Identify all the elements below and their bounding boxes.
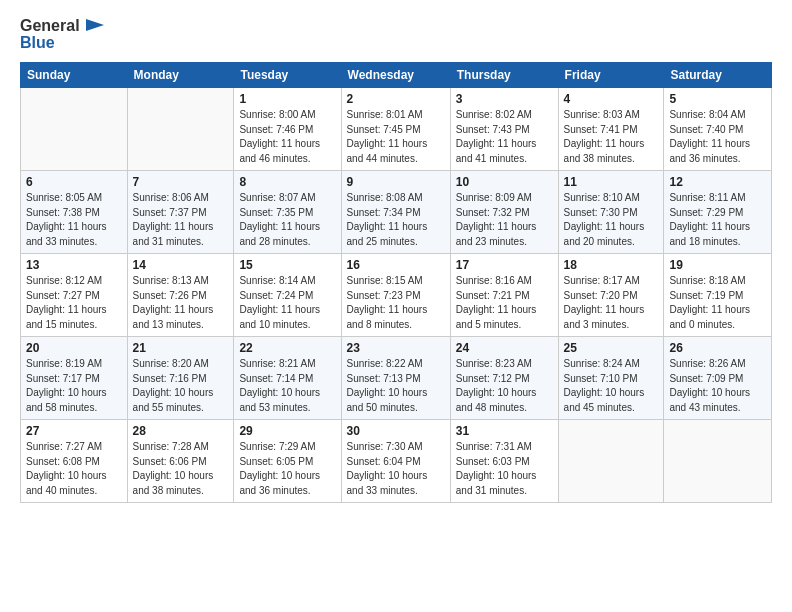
day-info: Sunrise: 8:12 AM Sunset: 7:27 PM Dayligh… xyxy=(26,274,122,332)
day-number: 3 xyxy=(456,92,553,106)
day-info: Sunrise: 8:01 AM Sunset: 7:45 PM Dayligh… xyxy=(347,108,445,166)
calendar-week-3: 13Sunrise: 8:12 AM Sunset: 7:27 PM Dayli… xyxy=(21,254,772,337)
calendar-cell: 25Sunrise: 8:24 AM Sunset: 7:10 PM Dayli… xyxy=(558,337,664,420)
calendar-cell: 19Sunrise: 8:18 AM Sunset: 7:19 PM Dayli… xyxy=(664,254,772,337)
day-info: Sunrise: 8:06 AM Sunset: 7:37 PM Dayligh… xyxy=(133,191,229,249)
calendar-cell: 16Sunrise: 8:15 AM Sunset: 7:23 PM Dayli… xyxy=(341,254,450,337)
calendar-cell: 23Sunrise: 8:22 AM Sunset: 7:13 PM Dayli… xyxy=(341,337,450,420)
day-info: Sunrise: 8:22 AM Sunset: 7:13 PM Dayligh… xyxy=(347,357,445,415)
day-number: 26 xyxy=(669,341,766,355)
day-info: Sunrise: 8:10 AM Sunset: 7:30 PM Dayligh… xyxy=(564,191,659,249)
day-number: 15 xyxy=(239,258,335,272)
logo-container: General Blue xyxy=(20,16,104,52)
calendar-cell: 5Sunrise: 8:04 AM Sunset: 7:40 PM Daylig… xyxy=(664,88,772,171)
calendar-cell: 20Sunrise: 8:19 AM Sunset: 7:17 PM Dayli… xyxy=(21,337,128,420)
day-info: Sunrise: 8:26 AM Sunset: 7:09 PM Dayligh… xyxy=(669,357,766,415)
day-info: Sunrise: 8:07 AM Sunset: 7:35 PM Dayligh… xyxy=(239,191,335,249)
day-number: 5 xyxy=(669,92,766,106)
day-info: Sunrise: 8:11 AM Sunset: 7:29 PM Dayligh… xyxy=(669,191,766,249)
calendar-cell: 1Sunrise: 8:00 AM Sunset: 7:46 PM Daylig… xyxy=(234,88,341,171)
day-number: 1 xyxy=(239,92,335,106)
calendar-cell: 28Sunrise: 7:28 AM Sunset: 6:06 PM Dayli… xyxy=(127,420,234,503)
calendar-cell xyxy=(558,420,664,503)
day-number: 4 xyxy=(564,92,659,106)
day-number: 14 xyxy=(133,258,229,272)
calendar-cell: 11Sunrise: 8:10 AM Sunset: 7:30 PM Dayli… xyxy=(558,171,664,254)
calendar-week-5: 27Sunrise: 7:27 AM Sunset: 6:08 PM Dayli… xyxy=(21,420,772,503)
day-number: 7 xyxy=(133,175,229,189)
day-info: Sunrise: 8:03 AM Sunset: 7:41 PM Dayligh… xyxy=(564,108,659,166)
day-info: Sunrise: 8:16 AM Sunset: 7:21 PM Dayligh… xyxy=(456,274,553,332)
page-header: General Blue xyxy=(20,16,772,52)
svg-marker-0 xyxy=(86,19,104,31)
day-info: Sunrise: 8:18 AM Sunset: 7:19 PM Dayligh… xyxy=(669,274,766,332)
day-number: 10 xyxy=(456,175,553,189)
day-number: 2 xyxy=(347,92,445,106)
col-header-thursday: Thursday xyxy=(450,63,558,88)
day-info: Sunrise: 8:09 AM Sunset: 7:32 PM Dayligh… xyxy=(456,191,553,249)
col-header-monday: Monday xyxy=(127,63,234,88)
calendar-cell: 21Sunrise: 8:20 AM Sunset: 7:16 PM Dayli… xyxy=(127,337,234,420)
calendar-header-row: SundayMondayTuesdayWednesdayThursdayFrid… xyxy=(21,63,772,88)
day-info: Sunrise: 7:29 AM Sunset: 6:05 PM Dayligh… xyxy=(239,440,335,498)
calendar-cell: 10Sunrise: 8:09 AM Sunset: 7:32 PM Dayli… xyxy=(450,171,558,254)
day-info: Sunrise: 8:24 AM Sunset: 7:10 PM Dayligh… xyxy=(564,357,659,415)
day-number: 20 xyxy=(26,341,122,355)
col-header-friday: Friday xyxy=(558,63,664,88)
calendar-table: SundayMondayTuesdayWednesdayThursdayFrid… xyxy=(20,62,772,503)
day-number: 31 xyxy=(456,424,553,438)
day-info: Sunrise: 7:31 AM Sunset: 6:03 PM Dayligh… xyxy=(456,440,553,498)
day-info: Sunrise: 8:19 AM Sunset: 7:17 PM Dayligh… xyxy=(26,357,122,415)
day-info: Sunrise: 8:23 AM Sunset: 7:12 PM Dayligh… xyxy=(456,357,553,415)
day-number: 11 xyxy=(564,175,659,189)
day-info: Sunrise: 8:13 AM Sunset: 7:26 PM Dayligh… xyxy=(133,274,229,332)
calendar-cell: 7Sunrise: 8:06 AM Sunset: 7:37 PM Daylig… xyxy=(127,171,234,254)
calendar-cell: 3Sunrise: 8:02 AM Sunset: 7:43 PM Daylig… xyxy=(450,88,558,171)
calendar-cell: 8Sunrise: 8:07 AM Sunset: 7:35 PM Daylig… xyxy=(234,171,341,254)
day-info: Sunrise: 8:21 AM Sunset: 7:14 PM Dayligh… xyxy=(239,357,335,415)
calendar-cell: 18Sunrise: 8:17 AM Sunset: 7:20 PM Dayli… xyxy=(558,254,664,337)
day-info: Sunrise: 8:17 AM Sunset: 7:20 PM Dayligh… xyxy=(564,274,659,332)
day-info: Sunrise: 7:27 AM Sunset: 6:08 PM Dayligh… xyxy=(26,440,122,498)
day-info: Sunrise: 8:00 AM Sunset: 7:46 PM Dayligh… xyxy=(239,108,335,166)
day-info: Sunrise: 8:02 AM Sunset: 7:43 PM Dayligh… xyxy=(456,108,553,166)
col-header-tuesday: Tuesday xyxy=(234,63,341,88)
calendar-week-4: 20Sunrise: 8:19 AM Sunset: 7:17 PM Dayli… xyxy=(21,337,772,420)
day-number: 24 xyxy=(456,341,553,355)
calendar-cell: 13Sunrise: 8:12 AM Sunset: 7:27 PM Dayli… xyxy=(21,254,128,337)
calendar-cell xyxy=(21,88,128,171)
day-number: 19 xyxy=(669,258,766,272)
day-info: Sunrise: 8:08 AM Sunset: 7:34 PM Dayligh… xyxy=(347,191,445,249)
calendar-cell: 26Sunrise: 8:26 AM Sunset: 7:09 PM Dayli… xyxy=(664,337,772,420)
day-info: Sunrise: 7:28 AM Sunset: 6:06 PM Dayligh… xyxy=(133,440,229,498)
day-number: 16 xyxy=(347,258,445,272)
calendar-cell: 9Sunrise: 8:08 AM Sunset: 7:34 PM Daylig… xyxy=(341,171,450,254)
day-number: 13 xyxy=(26,258,122,272)
day-number: 18 xyxy=(564,258,659,272)
day-number: 27 xyxy=(26,424,122,438)
day-info: Sunrise: 8:20 AM Sunset: 7:16 PM Dayligh… xyxy=(133,357,229,415)
calendar-cell: 12Sunrise: 8:11 AM Sunset: 7:29 PM Dayli… xyxy=(664,171,772,254)
day-number: 17 xyxy=(456,258,553,272)
calendar-cell xyxy=(127,88,234,171)
day-number: 30 xyxy=(347,424,445,438)
day-number: 12 xyxy=(669,175,766,189)
calendar-week-1: 1Sunrise: 8:00 AM Sunset: 7:46 PM Daylig… xyxy=(21,88,772,171)
calendar-cell: 24Sunrise: 8:23 AM Sunset: 7:12 PM Dayli… xyxy=(450,337,558,420)
day-info: Sunrise: 8:15 AM Sunset: 7:23 PM Dayligh… xyxy=(347,274,445,332)
day-number: 22 xyxy=(239,341,335,355)
calendar-cell: 4Sunrise: 8:03 AM Sunset: 7:41 PM Daylig… xyxy=(558,88,664,171)
calendar-cell: 30Sunrise: 7:30 AM Sunset: 6:04 PM Dayli… xyxy=(341,420,450,503)
day-number: 29 xyxy=(239,424,335,438)
calendar-cell: 31Sunrise: 7:31 AM Sunset: 6:03 PM Dayli… xyxy=(450,420,558,503)
day-info: Sunrise: 7:30 AM Sunset: 6:04 PM Dayligh… xyxy=(347,440,445,498)
day-number: 23 xyxy=(347,341,445,355)
calendar-week-2: 6Sunrise: 8:05 AM Sunset: 7:38 PM Daylig… xyxy=(21,171,772,254)
logo-flag-icon xyxy=(82,17,104,35)
logo-blue-text: Blue xyxy=(20,33,55,52)
day-number: 6 xyxy=(26,175,122,189)
day-info: Sunrise: 8:04 AM Sunset: 7:40 PM Dayligh… xyxy=(669,108,766,166)
col-header-sunday: Sunday xyxy=(21,63,128,88)
calendar-cell: 14Sunrise: 8:13 AM Sunset: 7:26 PM Dayli… xyxy=(127,254,234,337)
day-number: 28 xyxy=(133,424,229,438)
